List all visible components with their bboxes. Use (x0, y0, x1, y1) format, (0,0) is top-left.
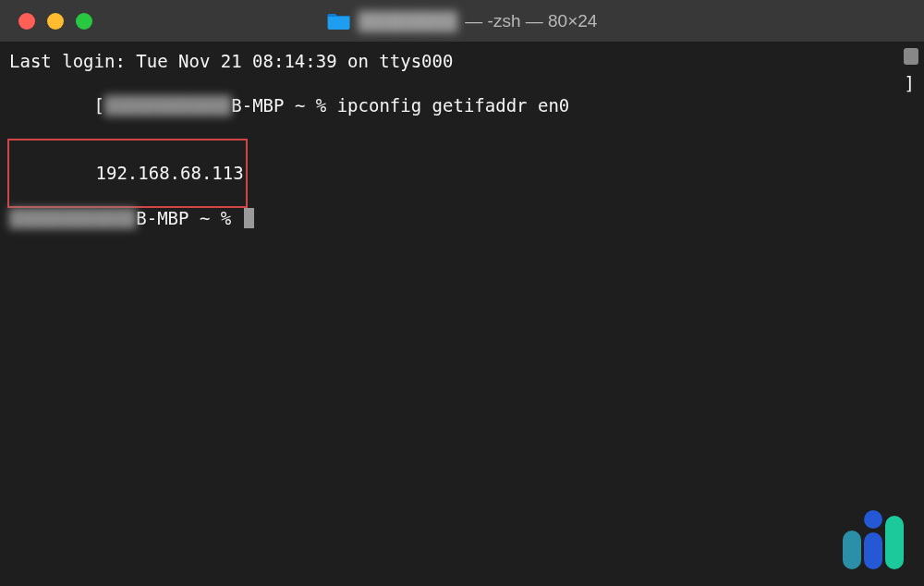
user-redacted: ████████████ (104, 95, 231, 116)
maximize-icon[interactable] (76, 13, 92, 30)
output-line: 192.168.68.113 (9, 139, 915, 208)
window-title: ████████ — -zsh — 80×24 (327, 11, 598, 31)
folder-icon (327, 12, 351, 31)
logo-bar-3 (885, 516, 904, 569)
logo-bar-2-group (864, 510, 882, 569)
host-suffix: B-MBP (231, 95, 284, 116)
last-login-text: Last login: Tue Nov 21 08:14:39 on ttys0… (9, 51, 453, 73)
bracket-open: [ (94, 95, 104, 116)
prompt-path: ~ % (284, 95, 336, 116)
last-login-line: Last login: Tue Nov 21 08:14:39 on ttys0… (9, 51, 915, 73)
bracket-close: ] (905, 73, 915, 139)
close-icon[interactable] (18, 13, 35, 30)
terminal-body[interactable]: Last login: Tue Nov 21 08:14:39 on ttys0… (0, 42, 924, 586)
title-suffix: — -zsh — 80×24 (465, 11, 597, 31)
watermark-logo (843, 510, 904, 569)
prompt-line-1: [████████████B-MBP ~ % ipconfig getifadd… (9, 73, 915, 139)
prompt-line-2: ████████████B-MBP ~ % (9, 208, 915, 230)
user-redacted-2: ████████████ (9, 208, 136, 230)
titlebar[interactable]: ████████ — -zsh — 80×24 (0, 0, 924, 42)
logo-bar-2 (864, 532, 882, 569)
ip-address-highlight: 192.168.68.113 (7, 139, 248, 208)
command-text: ipconfig getifaddr en0 (337, 95, 570, 116)
logo-dot (864, 510, 882, 529)
minimize-icon[interactable] (47, 13, 64, 30)
scrollbar-thumb[interactable] (904, 48, 918, 65)
terminal-window: ████████ — -zsh — 80×24 Last login: Tue … (0, 0, 924, 586)
host-suffix-2: B-MBP (136, 208, 188, 230)
traffic-lights (18, 13, 92, 30)
prompt-path-2: ~ % (188, 208, 241, 230)
title-redacted-text: ████████ (359, 11, 458, 31)
cursor-icon (244, 208, 254, 228)
logo-bar-1 (843, 531, 861, 569)
ip-address-text: 192.168.68.113 (96, 163, 244, 183)
